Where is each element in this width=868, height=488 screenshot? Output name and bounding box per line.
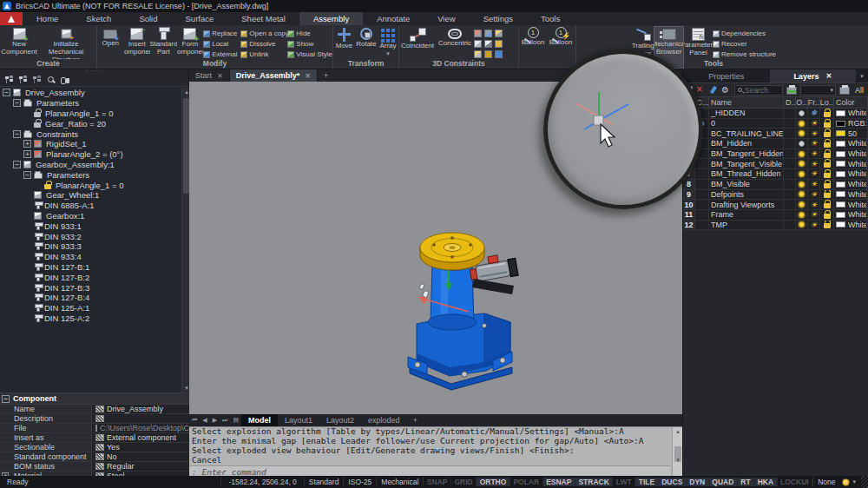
modify-small-button[interactable]: Open a copy [240,29,287,38]
layer-freeze-icon[interactable] [810,169,817,178]
status-toggle[interactable]: SNAP [424,478,451,486]
annotation-scale-value[interactable]: None [812,478,839,486]
layer-name[interactable]: Frame [709,210,784,220]
layer-row[interactable]: 8 BM_Visible White [683,180,868,190]
tree-expand-icon[interactable] [23,150,31,158]
layer-lock-icon[interactable] [824,112,831,117]
tree-item[interactable]: Constraints [0,129,189,139]
scroll-down-icon[interactable]: ▼ [675,458,681,463]
ribbon-tab[interactable]: Solid [125,12,171,25]
layer-freeze-icon[interactable] [810,139,817,148]
status-field[interactable]: ISO-25 [344,478,377,486]
layer-name[interactable]: TMP [709,221,784,230]
layer-name[interactable]: BM_Hidden [709,139,784,148]
layer-name[interactable]: Defpoints [709,190,784,200]
layer-description[interactable] [784,129,796,138]
layers-tab[interactable]: Layers ✕ [770,69,857,82]
layer-lock-icon[interactable] [824,183,831,188]
status-toggle[interactable]: DYN [687,478,709,486]
layer-description[interactable] [784,159,796,168]
layer-on-icon[interactable] [799,212,805,218]
layer-color-cell[interactable]: White [834,159,868,168]
layer-color-cell[interactable]: White [834,221,868,230]
new-component-button[interactable]: New Component [0,26,38,59]
prev-layout-icon[interactable]: ◀ [200,414,209,426]
annotation-scale-icon[interactable] [842,478,850,486]
ribbon-tab[interactable]: Sheet Metal [227,12,299,25]
layout-tab[interactable]: Model [241,414,278,426]
tree-item[interactable]: DIN 933:2 [0,231,189,241]
last-layout-icon[interactable]: ⏭ [220,414,230,426]
tree-expand-icon[interactable] [23,171,31,179]
layer-freeze-icon[interactable] [810,190,817,199]
modify-small-button[interactable]: Local [203,39,240,49]
layer-freeze-icon[interactable] [810,129,817,138]
first-layout-icon[interactable]: ⏮ [189,414,200,426]
document-tab[interactable]: Start ✕ [189,69,230,82]
fixed-constraint-icon[interactable] [484,30,492,37]
tree-item[interactable]: DIN 125-A:1 [0,303,189,313]
ribbon-tab[interactable]: Assembly [299,12,363,25]
property-row[interactable]: Name Drive_Assembly [0,405,189,414]
layer-color-cell[interactable]: White [834,180,868,189]
tree-expand-icon[interactable] [3,89,10,96]
plot-state-icon[interactable] [839,87,850,95]
status-toggle[interactable]: LOCKUI [778,478,813,486]
document-tab[interactable]: Drive_Assembly* ✕ [230,69,318,82]
layer-name[interactable]: BM_Thread_Hidden [709,169,784,179]
layer-on-icon[interactable] [799,191,805,197]
tree-item[interactable]: PlanarAngle_1 = 0 [0,180,189,190]
close-tab-icon[interactable]: ✕ [305,72,311,80]
status-toggle[interactable]: LWT [613,478,635,486]
plot-layers-icon[interactable] [786,87,797,95]
layout-list-icon[interactable]: ▤ [230,414,241,426]
layer-name[interactable]: BM_Visible [709,180,784,189]
tree-item[interactable]: RigidSet_1 [0,139,189,149]
property-row[interactable]: Description [0,414,189,424]
app-menu-button[interactable] [0,12,23,25]
status-toggle[interactable]: GRID [451,478,477,486]
isolate-icon[interactable] [33,76,42,84]
layer-row[interactable]: 5 BM_Tangent_Hidden White [683,149,868,160]
visibility-small-button[interactable]: Visual Style [287,49,332,59]
tree-item[interactable]: Parameters [0,98,189,109]
layer-on-icon[interactable] [799,181,805,188]
layer-lock-icon[interactable] [824,153,831,158]
layer-description[interactable] [784,180,796,189]
layer-row[interactable]: 10 Drafting Viewports White [683,200,868,210]
modify-small-button[interactable]: Replace [203,29,240,38]
layer-lock-icon[interactable] [824,223,831,228]
angle-constraint-icon[interactable] [474,50,482,58]
layer-freeze-icon[interactable] [810,210,817,219]
tools-small-button[interactable]: Recover [713,39,776,49]
layer-lock-icon[interactable] [824,142,831,148]
status-toggle[interactable]: ORTHO [477,478,510,486]
tree-item[interactable]: Gearbox_Assembly:1 [0,160,189,170]
ribbon-tab[interactable]: View [424,12,469,25]
layer-description[interactable] [784,149,796,159]
layer-description[interactable] [784,200,796,209]
status-toggle[interactable]: HKA [754,478,777,486]
layer-row[interactable]: 12 TMP White [683,221,868,231]
tree-item[interactable]: Drive_Assembly [0,88,189,98]
layer-freeze-icon[interactable] [810,119,817,128]
layer-on-icon[interactable] [799,171,805,177]
tree-expand-icon[interactable] [13,99,21,107]
layer-freeze-icon[interactable] [810,180,817,188]
layer-freeze-icon[interactable] [810,221,817,229]
ribbon-tab[interactable]: Settings [470,12,527,25]
tree-item[interactable]: Gear_Wheel:1 [0,190,189,201]
property-row[interactable]: File C:\Users\Rose\Desktop\CAD\Drive [0,424,189,433]
layer-freeze-icon[interactable] [810,160,817,168]
layer-on-icon[interactable] [799,221,805,228]
balloon-button[interactable]: 1 Balloon [519,26,547,59]
layer-description[interactable] [784,139,796,148]
layer-on-icon[interactable] [799,201,805,208]
layer-freeze-icon[interactable] [811,109,818,117]
tree-item[interactable]: PlanarAngle_1 = 0 [0,109,189,119]
status-toggle[interactable]: RT [738,478,754,486]
modify-small-button[interactable]: External [203,49,240,59]
collapse-tree-icon[interactable] [5,76,14,84]
find-icon[interactable] [61,76,69,84]
tangent-constraint-icon[interactable] [474,30,482,37]
